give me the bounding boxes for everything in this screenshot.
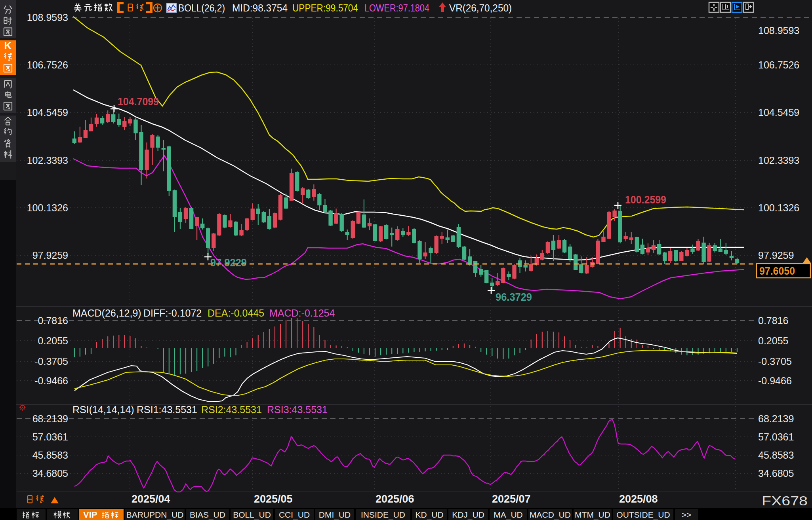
svg-text:RSI(14,14,14): RSI(14,14,14) xyxy=(72,404,134,415)
svg-text:2025/04: 2025/04 xyxy=(132,493,170,505)
svg-text:2025/06: 2025/06 xyxy=(376,493,414,505)
svg-text:68.2139: 68.2139 xyxy=(32,413,68,424)
svg-text:97.9259: 97.9259 xyxy=(758,250,794,261)
svg-text:-0.3705: -0.3705 xyxy=(34,356,68,367)
svg-text:108.9593: 108.9593 xyxy=(758,25,799,36)
svg-text:34.6805: 34.6805 xyxy=(32,468,68,479)
svg-text:106.7526: 106.7526 xyxy=(758,59,799,70)
svg-text:MA_UD: MA_UD xyxy=(494,510,523,520)
svg-text:MACD(26,12,9): MACD(26,12,9) xyxy=(72,307,141,319)
svg-text:MACD_UD: MACD_UD xyxy=(530,510,571,520)
svg-text:100.1326: 100.1326 xyxy=(758,202,799,213)
svg-text:108.9593: 108.9593 xyxy=(27,12,68,23)
svg-text:BARUPDN_UD: BARUPDN_UD xyxy=(126,510,184,520)
svg-text:MACD:-0.1254: MACD:-0.1254 xyxy=(269,307,335,319)
svg-text:100.2599: 100.2599 xyxy=(625,194,666,206)
svg-text:57.0361: 57.0361 xyxy=(758,431,794,442)
svg-text:97.6050: 97.6050 xyxy=(759,265,795,277)
svg-text:K: K xyxy=(4,40,12,51)
svg-text:UPPER:99.5704: UPPER:99.5704 xyxy=(292,2,358,14)
svg-text:102.3393: 102.3393 xyxy=(758,155,799,166)
svg-text:CCI_UD: CCI_UD xyxy=(279,510,310,520)
svg-text:DMI_UD: DMI_UD xyxy=(319,510,351,520)
svg-text:57.0361: 57.0361 xyxy=(32,431,68,442)
svg-text:-0.9466: -0.9466 xyxy=(758,375,792,386)
svg-text:VR(26,70,250): VR(26,70,250) xyxy=(449,2,512,14)
svg-text:100.1326: 100.1326 xyxy=(27,202,68,213)
svg-text:34.6805: 34.6805 xyxy=(758,468,794,479)
svg-text:KDJ_UD: KDJ_UD xyxy=(452,510,484,520)
svg-text:BOLL(26,2): BOLL(26,2) xyxy=(178,2,225,14)
svg-text:OUTSIDE_UD: OUTSIDE_UD xyxy=(616,510,670,520)
svg-text:0.2055: 0.2055 xyxy=(758,335,788,346)
svg-text:KD_UD: KD_UD xyxy=(415,510,443,520)
svg-text:106.7526: 106.7526 xyxy=(27,59,68,70)
svg-text:0.2055: 0.2055 xyxy=(38,335,68,346)
svg-text:104.5459: 104.5459 xyxy=(27,107,68,118)
svg-text:45.8583: 45.8583 xyxy=(758,450,794,461)
svg-text:BIAS_UD: BIAS_UD xyxy=(190,510,225,520)
svg-text:LOWER:97.1804: LOWER:97.1804 xyxy=(364,2,429,14)
svg-text:97.9229: 97.9229 xyxy=(210,257,247,269)
svg-text:96.3729: 96.3729 xyxy=(496,291,532,303)
svg-text:RSI1:43.5531: RSI1:43.5531 xyxy=(137,404,197,415)
svg-text:-0.9466: -0.9466 xyxy=(34,375,68,386)
svg-text:45.8583: 45.8583 xyxy=(32,450,68,461)
svg-text:2025/07: 2025/07 xyxy=(492,493,531,505)
svg-text:INSIDE_UD: INSIDE_UD xyxy=(361,510,405,520)
svg-text:0.7816: 0.7816 xyxy=(758,315,788,326)
svg-text:-0.3705: -0.3705 xyxy=(758,356,792,367)
svg-text:FX678: FX678 xyxy=(762,493,808,508)
svg-text:MID:98.3754: MID:98.3754 xyxy=(232,2,288,14)
svg-text:DIFF:-0.1072: DIFF:-0.1072 xyxy=(143,307,202,319)
svg-text:RSI3:43.5531: RSI3:43.5531 xyxy=(267,404,328,415)
svg-text:68.2139: 68.2139 xyxy=(758,413,794,424)
svg-text:RSI2:43.5531: RSI2:43.5531 xyxy=(201,404,262,415)
svg-text:DEA:-0.0445: DEA:-0.0445 xyxy=(208,307,264,319)
svg-text:VIP: VIP xyxy=(83,510,97,520)
svg-text:104.5459: 104.5459 xyxy=(758,107,799,118)
svg-text:MTM_UD: MTM_UD xyxy=(575,510,610,520)
svg-text:0.7816: 0.7816 xyxy=(38,315,68,326)
svg-text:2025/08: 2025/08 xyxy=(619,493,658,505)
svg-text:97.9259: 97.9259 xyxy=(32,250,68,261)
svg-text:104.7099: 104.7099 xyxy=(118,96,159,108)
svg-text:102.3393: 102.3393 xyxy=(27,155,68,166)
svg-text:BOLL_UD: BOLL_UD xyxy=(233,510,271,520)
svg-text:>>: >> xyxy=(682,510,692,519)
svg-text:2025/05: 2025/05 xyxy=(254,493,293,505)
